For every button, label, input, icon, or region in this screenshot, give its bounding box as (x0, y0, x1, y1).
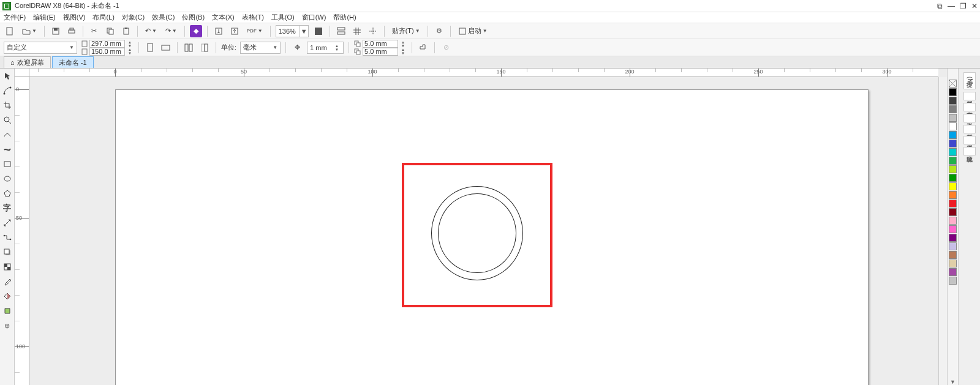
drawing-canvas[interactable] (29, 77, 938, 385)
color-swatch[interactable] (949, 251, 957, 259)
color-swatch[interactable] (949, 105, 957, 113)
menu-effect[interactable]: 效果(C) (152, 13, 175, 22)
duplicate-x-input[interactable]: 5.0 mm (363, 40, 398, 48)
no-color-swatch[interactable] (949, 80, 957, 88)
color-swatch[interactable] (949, 97, 957, 105)
color-swatch[interactable] (949, 200, 957, 207)
minimize-button[interactable]: — (948, 2, 955, 10)
tab-untitled-1[interactable]: 未命名 -1 (52, 56, 94, 68)
smart-fill-tool[interactable] (1, 305, 13, 317)
open-button[interactable]: ▼ (20, 25, 39, 37)
menu-object[interactable]: 对象(C) (122, 13, 145, 22)
color-swatch[interactable] (949, 260, 957, 267)
docker-tab[interactable]: 提示(N) (963, 72, 976, 89)
color-swatch[interactable] (949, 174, 957, 182)
transparency-tool[interactable] (1, 261, 13, 273)
app-launcher-button[interactable]: 启动▼ (456, 25, 490, 37)
menu-view[interactable]: 视图(V) (63, 13, 86, 22)
page-width-spinner[interactable]: ▲▼ (126, 40, 134, 48)
landscape-button[interactable] (160, 42, 172, 54)
inner-circle-shape[interactable] (438, 193, 516, 273)
import-button[interactable] (213, 25, 225, 37)
docker-tab[interactable]: 轮廓线 (963, 147, 976, 155)
menu-layout[interactable]: 布局(L) (92, 13, 114, 22)
color-swatch[interactable] (949, 165, 957, 173)
menu-help[interactable]: 帮助(H) (333, 13, 356, 22)
menu-window[interactable]: 窗口(W) (302, 13, 326, 22)
export-button[interactable] (228, 25, 241, 37)
color-swatch[interactable] (949, 182, 957, 190)
menu-tools[interactable]: 工具(O) (271, 13, 295, 22)
shape-tool[interactable] (1, 84, 13, 97)
docker-tab[interactable]: 对象属性 (963, 92, 976, 100)
disable-button[interactable]: ⊘ (440, 42, 452, 54)
publish-pdf-button[interactable]: PDF▼ (244, 25, 265, 37)
workspace-switch-icon[interactable]: ⧉ (937, 2, 943, 10)
color-swatch[interactable] (949, 140, 957, 148)
polygon-tool[interactable] (1, 187, 13, 200)
color-swatch[interactable] (949, 114, 957, 122)
text-tool[interactable]: 字 (1, 202, 13, 214)
docker-tab[interactable]: 文本属性 (963, 136, 976, 144)
fullscreen-preview-button[interactable] (312, 25, 325, 37)
palette-scroll-down[interactable]: ▼ (950, 379, 956, 385)
zoom-tool[interactable] (1, 114, 13, 126)
color-swatch[interactable] (949, 148, 957, 156)
all-pages-button[interactable] (183, 42, 195, 54)
cut-button[interactable]: ✂ (88, 25, 100, 37)
toolbox-expand-button[interactable]: ⊕ (1, 320, 13, 332)
zoom-combo[interactable]: ▼ (276, 25, 309, 37)
crop-tool[interactable] (1, 99, 13, 111)
search-content-button[interactable]: ◆ (190, 25, 202, 37)
units-combo[interactable]: 毫米 ▼ (240, 42, 281, 54)
maximize-button[interactable]: ❐ (960, 2, 967, 10)
color-swatch[interactable] (949, 191, 957, 199)
show-grid-button[interactable] (351, 25, 363, 37)
nudge-input[interactable]: 1 mm ▲▼ (307, 42, 344, 54)
pick-tool[interactable] (1, 70, 13, 82)
menu-edit[interactable]: 编辑(E) (33, 13, 56, 22)
color-swatch[interactable] (949, 208, 957, 216)
current-page-button[interactable] (198, 42, 211, 54)
menu-table[interactable]: 表格(T) (242, 13, 264, 22)
nudge-spinner[interactable]: ▲▼ (333, 44, 341, 51)
snap-to-button[interactable]: 贴齐(T)▼ (390, 25, 423, 37)
color-swatch[interactable] (949, 217, 957, 225)
interactive-fill-tool[interactable] (1, 290, 13, 302)
tab-welcome[interactable]: ⌂ 欢迎屏幕 (4, 56, 51, 68)
color-swatch[interactable] (949, 268, 957, 276)
chevron-down-icon[interactable]: ▼ (300, 26, 308, 37)
ellipse-tool[interactable] (1, 173, 13, 185)
docker-tab[interactable]: 对齐与分布 (963, 103, 976, 111)
color-swatch[interactable] (949, 277, 957, 285)
duplicate-y-spinner[interactable]: ▲▼ (399, 48, 407, 55)
undo-button[interactable]: ↶▼ (143, 25, 159, 37)
new-button[interactable] (4, 25, 16, 37)
parallel-dimension-tool[interactable] (1, 217, 13, 229)
options-button[interactable]: ⚙ (433, 25, 445, 37)
page-size-combo[interactable]: 自定义 ▼ (4, 42, 77, 54)
rectangle-tool[interactable] (1, 158, 13, 170)
duplicate-x-spinner[interactable]: ▲▼ (399, 40, 407, 48)
treat-as-filled-button[interactable] (417, 42, 429, 54)
docker-tab[interactable]: 对象样式 (963, 125, 976, 133)
menu-file[interactable]: 文件(F) (4, 13, 26, 22)
color-swatch[interactable] (949, 131, 957, 139)
drop-shadow-tool[interactable] (1, 246, 13, 258)
copy-button[interactable] (104, 25, 116, 37)
show-rulers-button[interactable] (335, 25, 347, 37)
horizontal-ruler[interactable]: 050100150200250300 (29, 69, 938, 77)
ruler-corner[interactable] (15, 69, 29, 77)
artistic-media-tool[interactable] (1, 143, 13, 155)
redo-button[interactable]: ↷▼ (163, 25, 179, 37)
show-guides-button[interactable] (367, 25, 379, 37)
paste-button[interactable] (120, 25, 132, 37)
portrait-button[interactable] (144, 42, 156, 54)
menu-bitmap[interactable]: 位图(B) (182, 13, 205, 22)
menu-text[interactable]: 文本(X) (212, 13, 235, 22)
print-button[interactable] (66, 25, 78, 37)
color-swatch[interactable] (949, 242, 957, 250)
save-button[interactable] (50, 25, 62, 37)
connector-tool[interactable] (1, 231, 13, 244)
page-height-input[interactable]: 150.0 mm (89, 48, 125, 56)
